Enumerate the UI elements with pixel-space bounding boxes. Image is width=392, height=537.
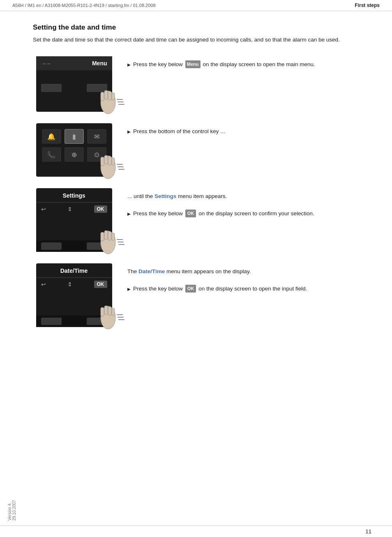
step-2-instruction: Press the bottom of the control key ... [127,127,371,136]
svg-rect-3 [108,91,111,100]
settings-soft-btn-left [41,242,62,250]
svg-rect-12 [112,158,115,165]
step-2-row: 🔔 ▮ ✉ 📞 ⊕ ⊙ [33,123,371,177]
step-3-text: ... until the Settings menu item appears… [127,188,371,218]
datetime-ok-btn: OK [94,281,107,288]
svg-rect-26 [104,306,108,315]
ok-highlight-2: OK [185,285,196,293]
page-header: A58H / IM1 en / A31008-M2055-R101-2-4N19… [0,0,392,11]
icon-phone: 📞 [42,147,61,162]
step-3-device: Settings ↩ ⇕ OK [33,188,115,252]
icon-envelope: ✉ [87,129,106,144]
step-3-row: Settings ↩ ⇕ OK [33,188,371,252]
svg-rect-9 [101,157,104,166]
hand-illustration-1 [96,88,129,122]
svg-rect-10 [104,155,108,164]
header-section: First steps [355,2,380,8]
step-2-text: Press the bottom of the control key ... [127,123,371,136]
page-number: 11 [12,528,380,535]
svg-rect-4 [112,93,115,100]
version-label: Version 4, 29.10.2007 [7,500,16,521]
section-title: Setting the date and time [33,23,371,32]
svg-rect-1 [101,92,104,101]
hand-illustration-4 [96,303,129,337]
datetime-colored-label: Date/Time [138,268,165,274]
menu-label: Menu [92,60,107,67]
step-3a-instruction: ... until the Settings menu item appears… [127,192,371,201]
svg-rect-20 [112,233,115,240]
settings-title: Settings [36,188,112,203]
hand-svg-4 [96,303,129,336]
hand-illustration-3 [96,228,129,262]
settings-back-icon: ↩ [41,206,46,212]
step-4-text: The Date/Time menu item appears on the d… [127,263,371,293]
settings-colored-label: Settings [154,193,176,199]
soft-btn-left [41,84,62,92]
step-2-device: 🔔 ▮ ✉ 📞 ⊕ ⊙ [33,123,115,177]
svg-rect-25 [101,307,104,316]
icon-nav: ⊕ [65,147,84,162]
settings-nav-icon: ⇕ [67,206,72,212]
svg-rect-28 [112,308,115,316]
header-title: A58H / IM1 en / A31008-M2055-R101-2-4N19… [12,3,156,8]
hand-svg-1 [96,88,129,121]
hand-svg-3 [96,228,129,261]
step-4-device: Date/Time ↩ ⇕ OK [33,263,115,327]
datetime-nav-icon: ⇕ [67,281,72,288]
menu-top-bar: →→ Menu [36,56,112,70]
datetime-soft-btn-left [41,318,62,325]
svg-rect-2 [104,90,108,99]
svg-rect-11 [108,156,111,165]
icon-speaker: 🔔 [42,129,61,144]
step-4b-instruction: Press the key below OK on the display sc… [127,285,371,293]
step-1-instruction: Press the key below Menu on the display … [127,60,371,69]
icon-center-selected: ▮ [65,129,84,144]
datetime-back-icon: ↩ [41,281,46,288]
datetime-row: ↩ ⇕ OK [36,278,112,291]
section-description: Set the date and time so that the correc… [33,36,371,44]
arrows-icon: →→ [41,60,50,67]
svg-rect-17 [101,232,104,241]
settings-row: ↩ ⇕ OK [36,203,112,216]
hand-svg-2 [96,153,129,186]
step-4a-instruction: The Date/Time menu item appears on the d… [127,267,371,276]
svg-rect-18 [104,230,108,240]
step-1-row: →→ Menu [33,56,371,112]
step-3b-instruction: Press the key below OK on the display sc… [127,210,371,218]
menu-highlight: Menu [185,60,201,68]
device-wrapper-4: Date/Time ↩ ⇕ OK [36,263,112,327]
svg-rect-19 [108,231,111,240]
step-1-text: Press the key below Menu on the display … [127,56,371,69]
device-wrapper-2: 🔔 ▮ ✉ 📞 ⊕ ⊙ [36,123,112,177]
step-1-device: →→ Menu [33,56,115,112]
main-content: Setting the date and time Set the date a… [0,11,392,351]
datetime-title: Date/Time [36,263,112,278]
ok-highlight-1: OK [185,210,196,217]
svg-rect-27 [108,307,111,316]
step-4-row: Date/Time ↩ ⇕ OK [33,263,371,327]
hand-illustration-2 [96,153,129,187]
page-footer: Version 4, 29.10.2007 11 [0,525,392,537]
settings-ok-btn: OK [94,205,107,213]
device-wrapper-3: Settings ↩ ⇕ OK [36,188,112,252]
device-wrapper-1: →→ Menu [36,56,112,112]
